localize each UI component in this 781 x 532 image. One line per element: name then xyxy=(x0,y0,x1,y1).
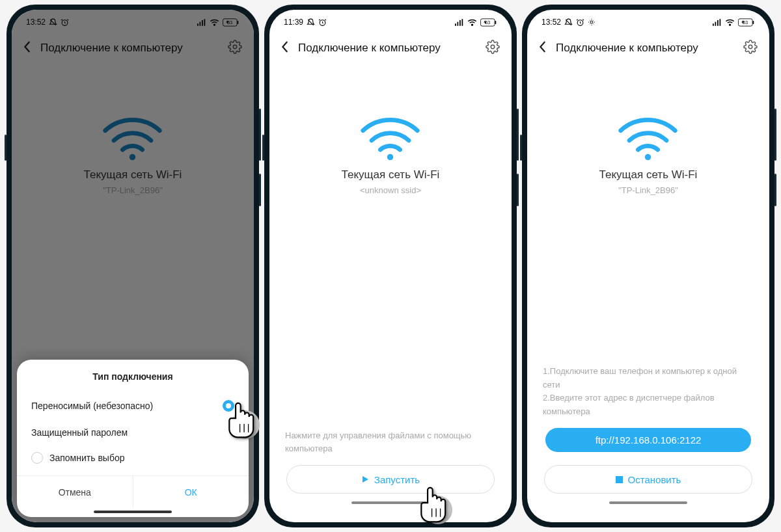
start-button-label: Запустить xyxy=(374,474,420,485)
svg-rect-33 xyxy=(720,19,721,26)
svg-point-34 xyxy=(730,24,731,25)
svg-rect-40 xyxy=(616,476,623,483)
svg-rect-36 xyxy=(753,20,754,23)
status-time: 11:39 xyxy=(284,18,303,27)
wifi-ssid: "TP-Link_2B96" xyxy=(599,185,698,195)
wifi-label: Текущая сеть Wi-Fi xyxy=(599,168,698,181)
ok-button[interactable]: ОК xyxy=(133,476,249,508)
battery-icon: 63 xyxy=(480,18,497,27)
signal-icon xyxy=(455,19,464,26)
checkbox-empty-icon xyxy=(31,452,43,464)
wifi-icon xyxy=(467,19,477,26)
back-icon[interactable] xyxy=(539,41,547,55)
instruction-line-2: 2.Введите этот адрес в диспетчере файлов… xyxy=(543,392,754,419)
wifi-icon xyxy=(725,19,735,26)
sun-icon xyxy=(588,18,596,26)
svg-rect-30 xyxy=(713,23,714,26)
bell-off-icon xyxy=(307,18,315,27)
svg-rect-15 xyxy=(455,23,456,26)
phone-frame-2: 11:39 63 Подключение к компьютеру Текуща… xyxy=(264,5,517,527)
gear-icon[interactable] xyxy=(486,40,500,57)
signal-icon xyxy=(713,19,722,26)
play-icon xyxy=(361,474,369,485)
wifi-large-icon xyxy=(617,116,679,162)
svg-rect-21 xyxy=(495,20,497,23)
svg-point-39 xyxy=(645,154,651,161)
cancel-button[interactable]: Отмена xyxy=(17,476,133,508)
connection-type-dialog: Тип подключения Переносимый (небезопасно… xyxy=(17,360,249,517)
page-title: Подключение к компьютеру xyxy=(556,42,734,55)
battery-icon: 53 xyxy=(738,18,755,27)
alarm-icon xyxy=(576,18,584,27)
svg-point-19 xyxy=(472,24,473,25)
stop-icon xyxy=(616,474,623,485)
svg-point-24 xyxy=(387,154,394,161)
page-title: Подключение к компьютеру xyxy=(298,42,476,55)
remember-choice-row[interactable]: Запомнить выбор xyxy=(17,446,249,475)
svg-point-29 xyxy=(590,21,593,23)
instructions: 1.Подключите ваш телефон и компьютер к о… xyxy=(543,365,754,419)
svg-rect-16 xyxy=(458,21,459,25)
back-icon[interactable] xyxy=(281,41,289,55)
radio-selected-icon xyxy=(223,400,234,412)
wifi-large-icon xyxy=(359,116,421,162)
phone-frame-1: 13:52 53 Подключение к компьютеру Текуща… xyxy=(7,5,259,527)
option-portable[interactable]: Переносимый (небезопасно) xyxy=(17,392,249,419)
option-portable-label: Переносимый (небезопасно) xyxy=(31,401,153,411)
status-time: 13:52 xyxy=(541,18,561,27)
svg-rect-17 xyxy=(459,20,461,26)
svg-rect-32 xyxy=(717,20,719,26)
instruction-line-1: 1.Подключите ваш телефон и компьютер к о… xyxy=(543,365,754,392)
home-indicator[interactable] xyxy=(94,511,172,513)
ftp-address[interactable]: ftp://192.168.0.106:2122 xyxy=(545,428,751,452)
option-password-label: Защищенный паролем xyxy=(31,427,128,438)
wifi-ssid: <unknown ssid> xyxy=(342,185,440,195)
svg-rect-18 xyxy=(462,19,463,26)
home-indicator[interactable] xyxy=(351,501,430,504)
app-bar: Подключение к компьютеру xyxy=(269,32,512,64)
app-bar: Подключение к компьютеру xyxy=(527,32,769,64)
gear-icon[interactable] xyxy=(743,40,758,57)
bell-off-icon xyxy=(564,18,573,27)
remember-label: Запомнить выбор xyxy=(49,453,124,463)
stop-button-label: Остановить xyxy=(628,474,681,485)
alarm-icon xyxy=(318,18,327,27)
status-bar: 11:39 63 xyxy=(269,10,512,32)
start-button[interactable]: Запустить xyxy=(286,465,495,494)
option-password[interactable]: Защищенный паролем xyxy=(17,419,249,446)
phone-frame-3: 13:52 53 Подключение к компьютеру Текуща… xyxy=(522,5,774,527)
status-bar: 13:52 53 xyxy=(527,10,769,32)
home-indicator[interactable] xyxy=(609,501,687,504)
stop-button[interactable]: Остановить xyxy=(544,465,752,494)
hint-text: Нажмите для управления файлами с помощью… xyxy=(285,429,496,455)
svg-point-38 xyxy=(748,45,752,49)
wifi-label: Текущая сеть Wi-Fi xyxy=(342,168,440,181)
dialog-title: Тип подключения xyxy=(17,371,249,382)
svg-point-23 xyxy=(491,45,495,49)
svg-rect-31 xyxy=(715,21,717,25)
